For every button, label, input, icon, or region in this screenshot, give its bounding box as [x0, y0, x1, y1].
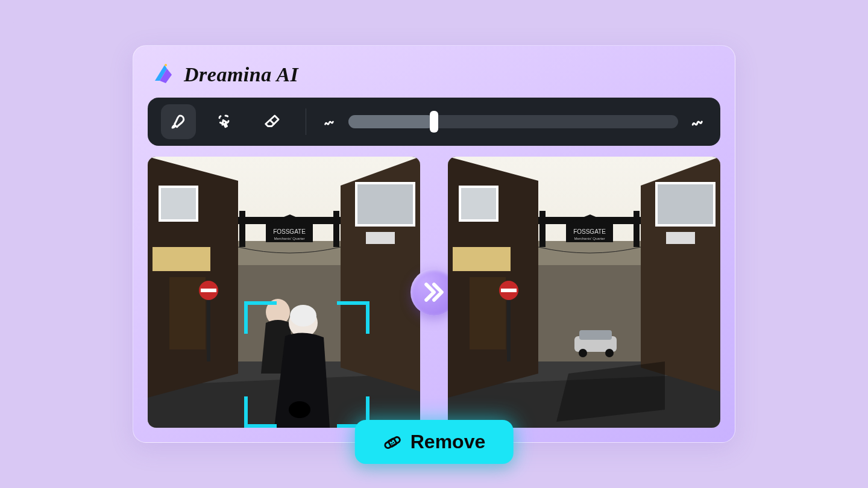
before-after-compare: FOSSGATE Merchants' Quarter [148, 157, 720, 428]
svg-rect-14 [366, 232, 395, 244]
selection-corner-top-right [337, 301, 370, 334]
editor-panel: Dreamina AI [133, 45, 735, 443]
svg-point-29 [290, 305, 316, 327]
selection-corner-bottom-left [244, 396, 277, 428]
lasso-tool-button[interactable] [208, 104, 243, 139]
svg-rect-35 [460, 187, 497, 221]
eraser-tool-button[interactable] [255, 104, 290, 139]
squiggle-thick-icon [689, 113, 707, 131]
brand-title: Dreamina AI [184, 63, 298, 86]
brush-tool-button[interactable] [161, 104, 196, 139]
svg-point-58 [605, 349, 614, 357]
svg-rect-37 [453, 247, 511, 271]
svg-rect-42 [666, 232, 695, 244]
svg-rect-20 [333, 211, 339, 247]
toolbar-separator [306, 108, 306, 135]
double-chevron-right-icon [421, 279, 447, 305]
svg-point-30 [289, 401, 310, 418]
brand-logo-icon [151, 63, 175, 87]
squiggle-thin-icon [322, 114, 338, 130]
svg-rect-40 [656, 183, 714, 225]
slider-fill [348, 115, 434, 128]
selection-corner-top-left [244, 301, 277, 334]
svg-point-62 [391, 440, 392, 442]
brand-row: Dreamina AI [151, 63, 719, 87]
svg-rect-7 [160, 187, 197, 221]
svg-rect-19 [239, 211, 245, 247]
slider-thumb[interactable] [430, 111, 438, 133]
svg-point-57 [579, 349, 587, 357]
remove-button-label: Remove [410, 431, 486, 453]
before-image: FOSSGATE Merchants' Quarter [148, 157, 420, 428]
svg-rect-56 [579, 330, 612, 340]
remove-button[interactable]: Remove [355, 420, 514, 464]
svg-rect-26 [201, 289, 216, 292]
bandage-icon [383, 433, 402, 452]
svg-text:FOSSGATE: FOSSGATE [573, 228, 606, 235]
after-image: FOSSGATE Merchants' Quarter [448, 157, 720, 428]
svg-rect-48 [634, 211, 640, 247]
eraser-icon [263, 113, 281, 131]
svg-text:Merchants' Quarter: Merchants' Quarter [274, 237, 304, 240]
svg-rect-61 [388, 438, 397, 447]
svg-point-63 [393, 442, 394, 443]
svg-rect-47 [539, 211, 546, 247]
brush-size-control [322, 113, 707, 131]
svg-point-64 [391, 443, 392, 444]
svg-rect-54 [501, 289, 517, 292]
brush-size-slider[interactable] [348, 115, 678, 128]
svg-text:Merchants' Quarter: Merchants' Quarter [574, 237, 605, 240]
svg-rect-9 [153, 247, 210, 271]
lasso-select-icon [216, 113, 234, 131]
svg-rect-12 [356, 183, 414, 225]
svg-text:FOSSGATE: FOSSGATE [273, 228, 306, 235]
canvas-background: Dreamina AI [12, 12, 856, 476]
brush-icon [169, 113, 187, 131]
toolbar [148, 98, 720, 146]
